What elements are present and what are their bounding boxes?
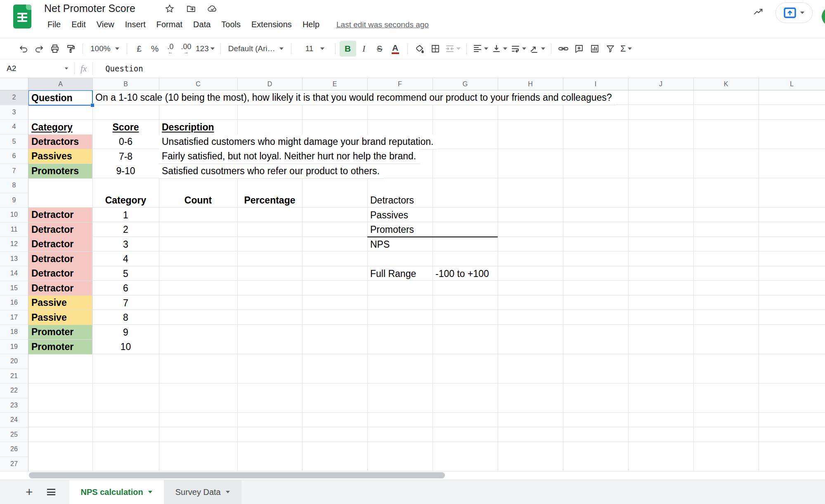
insert-link-button[interactable] bbox=[556, 41, 571, 57]
cell-B18[interactable]: 9 bbox=[92, 325, 159, 340]
cell-F9[interactable]: Detractors bbox=[367, 193, 433, 208]
menu-data[interactable]: Data bbox=[188, 18, 216, 31]
cell-F14[interactable]: Full Range bbox=[367, 266, 433, 281]
cell-B5[interactable]: 0-6 bbox=[92, 135, 159, 149]
format-currency-button[interactable]: £ bbox=[131, 41, 147, 57]
column-header-B[interactable]: B bbox=[92, 78, 159, 90]
cell-C4[interactable]: Description bbox=[159, 120, 237, 135]
row-header-15[interactable]: 15 bbox=[0, 281, 28, 296]
cell-A16[interactable]: Passive bbox=[28, 296, 92, 310]
tab-caret-icon[interactable] bbox=[148, 491, 152, 493]
last-edit-link[interactable]: Last edit was seconds ago bbox=[336, 20, 429, 29]
row-header-2[interactable]: 2 bbox=[0, 90, 28, 105]
row-header-14[interactable]: 14 bbox=[0, 266, 28, 281]
cell-C6[interactable]: Fairly satisfied, but not loyal. Neither… bbox=[159, 149, 420, 164]
cell-A18[interactable]: Promoter bbox=[28, 325, 92, 340]
font-size-select[interactable]: 11 bbox=[295, 41, 331, 57]
row-header-10[interactable]: 10 bbox=[0, 208, 28, 222]
bold-button[interactable]: B bbox=[340, 41, 356, 57]
strikethrough-button[interactable]: S bbox=[372, 41, 388, 57]
cell-A4[interactable]: Category bbox=[28, 120, 92, 135]
vertical-align-button[interactable] bbox=[490, 41, 509, 57]
cell-C7[interactable]: Satisfied cusotmers who refer our produc… bbox=[159, 164, 384, 179]
menu-file[interactable]: File bbox=[42, 18, 66, 31]
formula-input[interactable]: Question bbox=[105, 64, 143, 73]
cell-A17[interactable]: Passive bbox=[28, 310, 92, 325]
row-header-12[interactable]: 12 bbox=[0, 237, 28, 252]
column-header-F[interactable]: F bbox=[367, 78, 433, 90]
horizontal-align-button[interactable] bbox=[471, 41, 490, 57]
cell-B6[interactable]: 7-8 bbox=[92, 149, 159, 164]
borders-button[interactable] bbox=[428, 41, 443, 57]
insert-chart-button[interactable] bbox=[587, 41, 603, 57]
undo-button[interactable] bbox=[16, 41, 31, 57]
cell-B19[interactable]: 10 bbox=[92, 340, 159, 355]
row-header-20[interactable]: 20 bbox=[0, 354, 28, 369]
row-header-11[interactable]: 11 bbox=[0, 222, 28, 237]
cell-A5[interactable]: Detractors bbox=[28, 135, 92, 149]
cell-C9[interactable]: Count bbox=[159, 193, 237, 208]
cell-B17[interactable]: 8 bbox=[92, 310, 159, 325]
row-header-22[interactable]: 22 bbox=[0, 383, 28, 398]
menu-tools[interactable]: Tools bbox=[216, 18, 246, 31]
menu-extensions[interactable]: Extensions bbox=[246, 18, 297, 31]
print-button[interactable] bbox=[47, 41, 63, 57]
menu-format[interactable]: Format bbox=[151, 18, 188, 31]
column-header-K[interactable]: K bbox=[693, 78, 759, 90]
column-header-D[interactable]: D bbox=[237, 78, 302, 90]
cell-B4[interactable]: Score bbox=[92, 120, 159, 135]
sheets-logo-icon[interactable] bbox=[13, 5, 31, 28]
cell-B14[interactable]: 5 bbox=[92, 266, 159, 281]
cell-B13[interactable]: 4 bbox=[92, 252, 159, 267]
cell-C5[interactable]: Unsatisfied customers who might damage y… bbox=[159, 135, 437, 149]
cell-A7[interactable]: Promoters bbox=[28, 164, 92, 179]
menu-edit[interactable]: Edit bbox=[66, 18, 91, 31]
add-sheet-button[interactable]: + bbox=[26, 486, 33, 498]
row-header-24[interactable]: 24 bbox=[0, 413, 28, 428]
cell-F11[interactable]: Promoters bbox=[367, 222, 433, 237]
text-color-button[interactable]: A bbox=[388, 41, 403, 57]
fill-color-button[interactable] bbox=[412, 41, 428, 57]
cell-A10[interactable]: Detractor bbox=[28, 208, 92, 222]
column-header-H[interactable]: H bbox=[498, 78, 563, 90]
row-header-27[interactable]: 27 bbox=[0, 457, 28, 472]
column-header-L[interactable]: L bbox=[759, 78, 825, 90]
cloud-status-icon[interactable] bbox=[207, 3, 218, 14]
cell-B9[interactable]: Category bbox=[92, 193, 159, 208]
row-header-13[interactable]: 13 bbox=[0, 252, 28, 267]
cell-A12[interactable]: Detractor bbox=[28, 237, 92, 252]
row-header-7[interactable]: 7 bbox=[0, 164, 28, 179]
format-percent-button[interactable]: % bbox=[147, 41, 163, 57]
tab-survey-data[interactable]: Survey Data bbox=[164, 480, 241, 504]
cell-B2[interactable]: On a 1-10 scale (10 being the most), how… bbox=[92, 90, 616, 105]
cell-D9[interactable]: Percentage bbox=[237, 193, 302, 208]
row-header-3[interactable]: 3 bbox=[0, 105, 28, 120]
cell-A6[interactable]: Passives bbox=[28, 149, 92, 164]
menu-view[interactable]: View bbox=[91, 18, 120, 31]
user-avatar[interactable] bbox=[822, 7, 825, 26]
column-header-A[interactable]: A bbox=[28, 78, 92, 90]
document-title[interactable]: Net Promoter Score bbox=[44, 2, 135, 14]
cell-A11[interactable]: Detractor bbox=[28, 222, 92, 237]
row-header-19[interactable]: 19 bbox=[0, 340, 28, 355]
cell-A13[interactable]: Detractor bbox=[28, 252, 92, 267]
cell-A15[interactable]: Detractor bbox=[28, 281, 92, 296]
horizontal-scrollbar[interactable] bbox=[29, 472, 445, 478]
row-header-16[interactable]: 16 bbox=[0, 296, 28, 310]
all-sheets-button[interactable] bbox=[47, 489, 55, 495]
menu-help[interactable]: Help bbox=[297, 18, 325, 31]
star-icon[interactable] bbox=[164, 3, 175, 14]
cell-B11[interactable]: 2 bbox=[92, 222, 159, 237]
row-header-26[interactable]: 26 bbox=[0, 442, 28, 457]
cell-B15[interactable]: 6 bbox=[92, 281, 159, 296]
insights-icon[interactable] bbox=[753, 6, 764, 17]
functions-button[interactable]: Σ bbox=[618, 41, 634, 57]
column-header-I[interactable]: I bbox=[563, 78, 628, 90]
filter-button[interactable] bbox=[603, 41, 618, 57]
more-formats-button[interactable]: 123 bbox=[194, 41, 216, 57]
tab-nps-calculation[interactable]: NPS calculation bbox=[69, 480, 164, 504]
column-header-C[interactable]: C bbox=[159, 78, 237, 90]
column-header-J[interactable]: J bbox=[628, 78, 693, 90]
row-header-25[interactable]: 25 bbox=[0, 428, 28, 442]
cells-grid[interactable]: QuestionOn a 1-10 scale (10 being the mo… bbox=[28, 90, 825, 471]
